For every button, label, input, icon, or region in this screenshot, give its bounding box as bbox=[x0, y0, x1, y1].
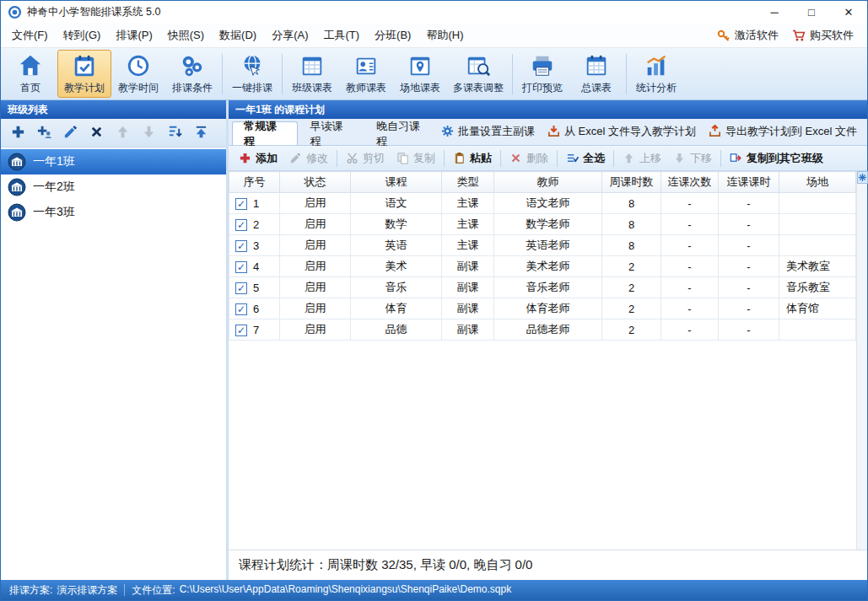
move-up-button[interactable]: 上移 bbox=[617, 148, 667, 169]
header-course[interactable]: 课程 bbox=[351, 172, 442, 193]
column-options-button[interactable] bbox=[857, 171, 868, 184]
class-list-item[interactable]: 一年3班 bbox=[1, 200, 226, 225]
cell-status: 启用 bbox=[280, 319, 351, 341]
tab-evening-study[interactable]: 晚自习课程 bbox=[364, 121, 441, 145]
menu-tools[interactable]: 工具(T) bbox=[315, 23, 367, 48]
toolbar-teacher-timetable[interactable]: 教师课表 bbox=[339, 50, 393, 98]
batch-set-main-sub-button[interactable]: 批量设置主副课 bbox=[441, 124, 535, 139]
table-header-row: 序号 状态 课程 类型 教师 周课时数 连课次数 连课课时 场地 bbox=[229, 172, 856, 193]
paste-button[interactable]: 粘贴 bbox=[447, 148, 498, 169]
delete-class-button[interactable] bbox=[87, 124, 105, 142]
maximize-button[interactable]: □ bbox=[793, 1, 830, 23]
toolbar-home[interactable]: 首页 bbox=[3, 50, 57, 98]
activate-software-button[interactable]: 激活软件 bbox=[717, 28, 779, 43]
import-from-excel-button[interactable]: 从 Excel 文件导入教学计划 bbox=[547, 124, 696, 139]
cell-consecutive-hours: - bbox=[719, 214, 779, 235]
header-teacher[interactable]: 教师 bbox=[494, 172, 602, 193]
add-class-button[interactable] bbox=[8, 124, 27, 142]
cell-status: 启用 bbox=[280, 256, 351, 277]
class-badge-icon bbox=[8, 153, 26, 171]
move-class-up-button[interactable] bbox=[113, 124, 132, 142]
row-checkbox[interactable] bbox=[235, 240, 247, 252]
toolbar-separator bbox=[222, 54, 223, 94]
row-checkbox[interactable] bbox=[235, 198, 247, 210]
course-row[interactable]: 2 启用 数学 主课 数学老师 8 - - bbox=[229, 214, 856, 235]
cell-course: 数学 bbox=[351, 214, 442, 235]
toolbar-class-timetable[interactable]: 班级课表 bbox=[285, 50, 339, 98]
edit-class-button[interactable] bbox=[61, 124, 79, 142]
header-consecutive-count[interactable]: 连课次数 bbox=[661, 172, 719, 193]
course-row[interactable]: 4 启用 美术 副课 美术老师 2 - - 美术教室 bbox=[229, 256, 856, 277]
cell-type: 主课 bbox=[442, 193, 494, 214]
header-weekly-hours[interactable]: 周课时数 bbox=[602, 172, 661, 193]
menu-classing[interactable]: 分班(B) bbox=[367, 23, 418, 48]
header-index[interactable]: 序号 bbox=[229, 172, 280, 193]
menu-schedule[interactable]: 排课(P) bbox=[108, 23, 159, 48]
menu-share[interactable]: 分享(A) bbox=[264, 23, 315, 48]
menu-file[interactable]: 文件(F) bbox=[4, 23, 56, 48]
buy-software-button[interactable]: 购买软件 bbox=[792, 28, 854, 43]
venue-timetable-icon bbox=[407, 53, 433, 78]
class-name: 一年1班 bbox=[33, 154, 75, 169]
header-venue[interactable]: 场地 bbox=[779, 172, 856, 193]
course-row[interactable]: 3 启用 英语 主课 英语老师 8 - - bbox=[229, 235, 856, 256]
class-list-item[interactable]: 一年1班 bbox=[1, 149, 226, 174]
sort-classes-button[interactable] bbox=[165, 124, 184, 142]
add-course-button[interactable]: 添加 bbox=[233, 148, 283, 169]
course-plan-panel: 一年1班 的课程计划 常规课程 早读课程 晚自习课程 批量设置主副课 bbox=[229, 100, 867, 580]
move-down-button[interactable]: 下移 bbox=[667, 148, 718, 169]
header-status[interactable]: 状态 bbox=[280, 172, 351, 193]
menu-goto[interactable]: 转到(G) bbox=[56, 23, 109, 48]
menu-snapshot[interactable]: 快照(S) bbox=[160, 23, 212, 48]
window-controls: ─ □ ✕ bbox=[756, 1, 867, 23]
toolbar-master-timetable[interactable]: 总课表 bbox=[569, 50, 623, 98]
export-to-excel-button[interactable]: 导出教学计划到 Excel 文件 bbox=[709, 124, 857, 139]
edit-icon bbox=[289, 152, 303, 165]
toolbar-teaching-time[interactable]: 教学时间 bbox=[111, 50, 165, 98]
close-button[interactable]: ✕ bbox=[830, 1, 867, 23]
header-type[interactable]: 类型 bbox=[442, 172, 494, 193]
copy-button[interactable]: 复制 bbox=[391, 148, 441, 169]
class-badge-icon bbox=[8, 178, 26, 196]
row-checkbox[interactable] bbox=[235, 219, 247, 231]
plus-icon bbox=[10, 124, 26, 142]
menu-help[interactable]: 帮助(H) bbox=[418, 23, 471, 48]
delete-course-button[interactable]: 删除 bbox=[504, 148, 554, 169]
toolbar-venue-timetable[interactable]: 场地课表 bbox=[393, 50, 447, 98]
row-checkbox[interactable] bbox=[235, 303, 247, 315]
cell-consecutive-count: - bbox=[661, 277, 719, 298]
toolbar-conditions[interactable]: 排课条件 bbox=[165, 50, 219, 98]
vertical-scrollbar[interactable] bbox=[856, 171, 867, 550]
tab-regular-courses[interactable]: 常规课程 bbox=[232, 121, 298, 145]
batch-add-class-button[interactable] bbox=[35, 124, 53, 142]
row-checkbox[interactable] bbox=[235, 261, 247, 273]
toolbar-print-preview[interactable]: 打印预览 bbox=[515, 50, 569, 98]
course-row[interactable]: 6 启用 体育 副课 体育老师 2 - - 体育馆 bbox=[229, 298, 856, 319]
row-checkbox[interactable] bbox=[235, 282, 247, 294]
toolbar-multi-timetable-adjust[interactable]: 多课表调整 bbox=[447, 50, 509, 98]
menu-data[interactable]: 数据(D) bbox=[212, 23, 264, 48]
select-all-button[interactable]: 全选 bbox=[560, 148, 611, 169]
tab-morning-reading[interactable]: 早读课程 bbox=[298, 121, 364, 145]
course-row[interactable]: 1 启用 语文 主课 语文老师 8 - - bbox=[229, 193, 856, 214]
minimize-button[interactable]: ─ bbox=[756, 1, 793, 23]
row-checkbox[interactable] bbox=[235, 325, 247, 336]
move-class-top-button[interactable] bbox=[191, 124, 210, 142]
toolbar-statistics[interactable]: 统计分析 bbox=[629, 50, 683, 98]
class-timetable-icon bbox=[299, 53, 325, 78]
move-class-down-button[interactable] bbox=[139, 124, 158, 142]
toolbar-one-key-schedule[interactable]: 一键排课 bbox=[225, 50, 279, 98]
header-consecutive-hours[interactable]: 连课课时 bbox=[719, 172, 779, 193]
cut-button[interactable]: 剪切 bbox=[340, 148, 391, 169]
class-list-item[interactable]: 一年2班 bbox=[1, 174, 226, 200]
edit-course-button[interactable]: 修改 bbox=[283, 148, 334, 169]
copy-to-other-classes-button[interactable]: 复制到其它班级 bbox=[724, 148, 829, 169]
cell-weekly-hours: 2 bbox=[602, 256, 661, 277]
course-row[interactable]: 7 启用 品德 副课 品德老师 2 - - bbox=[229, 319, 856, 341]
top-arrow-icon bbox=[193, 124, 209, 142]
toolbar-teaching-plan[interactable]: 教学计划 bbox=[57, 50, 111, 98]
cell-type: 主课 bbox=[442, 235, 494, 256]
course-row[interactable]: 5 启用 音乐 副课 音乐老师 2 - - 音乐教室 bbox=[229, 277, 856, 298]
course-plan-summary: 课程计划统计：周课时数 32/35, 早读 0/0, 晚自习 0/0 bbox=[229, 550, 867, 580]
cell-teacher: 语文老师 bbox=[494, 193, 602, 214]
